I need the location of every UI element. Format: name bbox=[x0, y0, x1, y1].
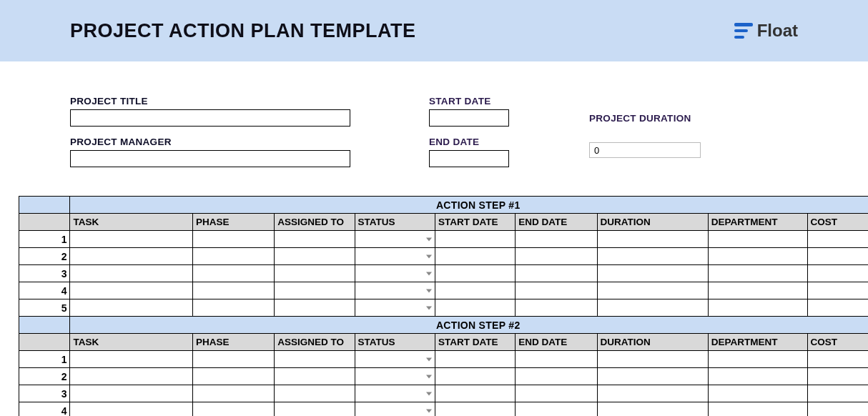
end-date-input[interactable] bbox=[429, 150, 509, 167]
cell-duration[interactable] bbox=[597, 368, 708, 385]
cell-assigned-to[interactable] bbox=[275, 368, 355, 385]
project-title-label: PROJECT TITLE bbox=[70, 96, 429, 107]
page-title: PROJECT ACTION PLAN TEMPLATE bbox=[70, 20, 416, 42]
cell-phase[interactable] bbox=[192, 402, 274, 417]
cell-task[interactable] bbox=[70, 385, 193, 402]
cell-duration[interactable] bbox=[597, 265, 708, 282]
cell-start-date[interactable] bbox=[435, 385, 515, 402]
project-title-input[interactable] bbox=[70, 109, 350, 127]
cell-start-date[interactable] bbox=[435, 265, 515, 282]
col-department: DEPARTMENT bbox=[708, 214, 807, 231]
project-manager-label: PROJECT MANAGER bbox=[70, 137, 429, 147]
cell-cost[interactable] bbox=[807, 351, 868, 368]
cell-assigned-to[interactable] bbox=[275, 385, 355, 402]
cell-phase[interactable] bbox=[192, 265, 274, 282]
cell-status[interactable] bbox=[355, 368, 435, 385]
cell-cost[interactable] bbox=[807, 265, 868, 282]
cell-end-date[interactable] bbox=[516, 368, 597, 385]
float-logo-text: Float bbox=[757, 21, 798, 41]
cell-end-date[interactable] bbox=[516, 385, 597, 402]
col-task: TASK bbox=[70, 214, 193, 231]
cell-cost[interactable] bbox=[807, 385, 868, 402]
table-row: 1 bbox=[19, 351, 869, 368]
cell-end-date[interactable] bbox=[516, 265, 597, 282]
cell-status[interactable] bbox=[355, 231, 435, 248]
cell-cost[interactable] bbox=[807, 248, 868, 265]
cell-department[interactable] bbox=[708, 299, 807, 317]
cell-cost[interactable] bbox=[807, 368, 868, 385]
cell-department[interactable] bbox=[708, 368, 807, 385]
cell-start-date[interactable] bbox=[435, 231, 515, 248]
cell-department[interactable] bbox=[708, 385, 807, 402]
row-number: 5 bbox=[19, 299, 70, 317]
cell-duration[interactable] bbox=[597, 231, 708, 248]
cell-assigned-to[interactable] bbox=[275, 265, 355, 282]
cell-status[interactable] bbox=[355, 248, 435, 265]
cell-assigned-to[interactable] bbox=[275, 282, 355, 299]
cell-assigned-to[interactable] bbox=[275, 231, 355, 248]
cell-cost[interactable] bbox=[807, 231, 868, 248]
cell-end-date[interactable] bbox=[516, 402, 597, 417]
cell-department[interactable] bbox=[708, 248, 807, 265]
cell-phase[interactable] bbox=[192, 231, 274, 248]
cell-start-date[interactable] bbox=[435, 248, 515, 265]
cell-department[interactable] bbox=[708, 402, 807, 417]
cell-department[interactable] bbox=[708, 351, 807, 368]
cell-task[interactable] bbox=[70, 351, 193, 368]
project-manager-input[interactable] bbox=[70, 150, 350, 167]
cell-duration[interactable] bbox=[597, 351, 708, 368]
cell-end-date[interactable] bbox=[516, 282, 597, 299]
col-assigned-to: ASSIGNED TO bbox=[275, 214, 355, 231]
cell-start-date[interactable] bbox=[435, 368, 515, 385]
cell-phase[interactable] bbox=[192, 282, 274, 299]
float-logo: Float bbox=[734, 21, 798, 41]
cell-start-date[interactable] bbox=[435, 282, 515, 299]
cell-start-date[interactable] bbox=[435, 402, 515, 417]
cell-cost[interactable] bbox=[807, 282, 868, 299]
cell-task[interactable] bbox=[70, 368, 193, 385]
cell-duration[interactable] bbox=[597, 282, 708, 299]
project-duration-input[interactable] bbox=[589, 142, 701, 158]
cell-department[interactable] bbox=[708, 265, 807, 282]
start-date-input[interactable] bbox=[429, 109, 509, 127]
cell-end-date[interactable] bbox=[516, 231, 597, 248]
cell-status[interactable] bbox=[355, 299, 435, 317]
cell-duration[interactable] bbox=[597, 299, 708, 317]
cell-cost[interactable] bbox=[807, 299, 868, 317]
cell-assigned-to[interactable] bbox=[275, 402, 355, 417]
col-cost: COST bbox=[807, 214, 868, 231]
cell-start-date[interactable] bbox=[435, 351, 515, 368]
cell-phase[interactable] bbox=[192, 299, 274, 317]
cell-task[interactable] bbox=[70, 265, 193, 282]
cell-department[interactable] bbox=[708, 282, 807, 299]
cell-duration[interactable] bbox=[597, 248, 708, 265]
col-phase: PHASE bbox=[192, 334, 274, 351]
cell-task[interactable] bbox=[70, 231, 193, 248]
chevron-down-icon bbox=[426, 237, 432, 241]
cell-status[interactable] bbox=[355, 282, 435, 299]
project-duration-label: PROJECT DURATION bbox=[589, 113, 701, 124]
cell-status[interactable] bbox=[355, 351, 435, 368]
cell-status[interactable] bbox=[355, 402, 435, 417]
cell-phase[interactable] bbox=[192, 351, 274, 368]
cell-status[interactable] bbox=[355, 385, 435, 402]
cell-task[interactable] bbox=[70, 402, 193, 417]
cell-assigned-to[interactable] bbox=[275, 299, 355, 317]
cell-assigned-to[interactable] bbox=[275, 248, 355, 265]
cell-end-date[interactable] bbox=[516, 248, 597, 265]
cell-end-date[interactable] bbox=[516, 351, 597, 368]
cell-department[interactable] bbox=[708, 231, 807, 248]
cell-status[interactable] bbox=[355, 265, 435, 282]
cell-task[interactable] bbox=[70, 282, 193, 299]
cell-duration[interactable] bbox=[597, 402, 708, 417]
cell-cost[interactable] bbox=[807, 402, 868, 417]
cell-phase[interactable] bbox=[192, 368, 274, 385]
cell-phase[interactable] bbox=[192, 385, 274, 402]
cell-task[interactable] bbox=[70, 248, 193, 265]
cell-end-date[interactable] bbox=[516, 299, 597, 317]
cell-start-date[interactable] bbox=[435, 299, 515, 317]
cell-phase[interactable] bbox=[192, 248, 274, 265]
cell-duration[interactable] bbox=[597, 385, 708, 402]
cell-assigned-to[interactable] bbox=[275, 351, 355, 368]
cell-task[interactable] bbox=[70, 299, 193, 317]
